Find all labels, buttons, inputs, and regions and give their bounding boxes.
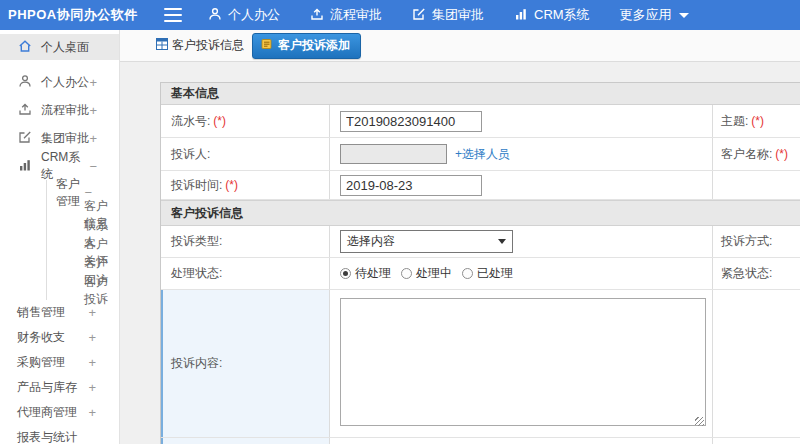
topnav-group-approval[interactable]: 集团审批	[412, 6, 484, 24]
sidebar: 个人桌面 个人办公 + 流程审批 + 集团审批 + CRM系统	[0, 30, 120, 444]
edit-square-icon	[412, 7, 432, 24]
tab-complaint-list[interactable]: 客户投诉信息	[156, 37, 244, 54]
expand-icon: +	[89, 103, 97, 118]
complainant-label: 投诉人:	[171, 146, 210, 163]
row-handle-status: 处理状态: 待处理 处理中 已处理 紧急状态:	[161, 258, 800, 290]
topnav-personal-office[interactable]: 个人办公	[208, 6, 280, 24]
radio-processed[interactable]	[462, 268, 473, 279]
sidebar-item-personal-office[interactable]: 个人办公 +	[0, 68, 119, 96]
required-mark: (*)	[775, 147, 788, 161]
bar-chart-icon	[514, 7, 534, 24]
top-navigation-bar: PHPOA协同办公软件 个人办公 流程审批 集团审批 CRM系统	[0, 0, 800, 30]
complaint-add-form: 基本信息 流水号: (*) 主题: (*) 投诉人: +选择人员	[160, 82, 800, 444]
user-icon	[18, 74, 41, 91]
complaint-type-select[interactable]: 选择内容	[340, 230, 513, 253]
main-content: 基本信息 流水号: (*) 主题: (*) 投诉人: +选择人员	[120, 62, 800, 444]
complaint-type-label: 投诉类型:	[171, 233, 222, 250]
radio-processing[interactable]	[401, 268, 412, 279]
serial-input[interactable]	[340, 111, 482, 132]
menu-toggle-icon[interactable]	[164, 8, 182, 22]
expand-icon: +	[88, 405, 96, 420]
sidebar-item-workflow-approval[interactable]: 流程审批 +	[0, 96, 119, 124]
table-icon	[156, 38, 172, 53]
row-complaint-content: 投诉内容:	[161, 290, 800, 438]
home-icon	[18, 39, 41, 56]
row-complainant: 投诉人: +选择人员 客户名称: (*)	[161, 138, 800, 171]
approve-flow-icon	[310, 7, 330, 24]
tab-complaint-add[interactable]: 客户投诉添加	[252, 33, 361, 59]
section-header-basic-info: 基本信息	[161, 83, 800, 105]
select-person-link[interactable]: +选择人员	[455, 146, 510, 163]
handle-status-label: 处理状态:	[171, 265, 222, 282]
complainant-input[interactable]	[340, 144, 447, 164]
expand-icon: +	[88, 380, 96, 395]
select-caret-icon	[498, 239, 506, 244]
topnav-more-apps[interactable]: 更多应用	[620, 6, 689, 24]
complaint-time-label: 投诉时间:	[171, 177, 222, 194]
required-mark: (*)	[213, 114, 226, 128]
complaint-content-label: 投诉内容:	[171, 355, 222, 372]
expand-icon: +	[88, 330, 96, 345]
customer-name-label: 客户名称:	[721, 146, 772, 163]
edit-square-icon	[18, 130, 41, 147]
sidebar-item-agent-management[interactable]: 代理商管理 +	[0, 400, 119, 425]
complaint-content-textarea[interactable]	[340, 298, 706, 426]
crm-submenu: 客户管理 − 客户信息 联系人 客户关怀 客户回访 客户投诉	[46, 180, 119, 300]
serial-label: 流水号:	[171, 113, 210, 130]
collapse-icon: −	[89, 159, 97, 174]
subject-label: 主题:	[721, 113, 748, 130]
sidebar-item-personal-desktop[interactable]: 个人桌面	[0, 34, 119, 60]
caret-down-icon	[679, 13, 689, 18]
sidebar-item-product-inventory[interactable]: 产品与库存 +	[0, 375, 119, 400]
row-complaint-type: 投诉类型: 选择内容 投诉方式:	[161, 226, 800, 258]
required-mark: (*)	[225, 178, 238, 192]
row-next-partial	[161, 438, 800, 444]
expand-icon: +	[88, 305, 96, 320]
sidebar-item-finance[interactable]: 财务收支 +	[0, 325, 119, 350]
expand-icon: +	[89, 131, 97, 146]
expand-icon: +	[88, 355, 96, 370]
row-serial-number: 流水号: (*) 主题: (*)	[161, 105, 800, 138]
complaint-time-input[interactable]	[340, 175, 482, 196]
complaint-method-label: 投诉方式:	[721, 233, 772, 250]
user-icon	[208, 7, 228, 24]
bar-chart-icon	[18, 158, 41, 175]
sidebar-item-customer-complaint[interactable]: 客户投诉	[47, 281, 119, 300]
form-add-icon	[261, 38, 278, 53]
sidebar-item-purchase-management[interactable]: 采购管理 +	[0, 350, 119, 375]
topnav-crm-system[interactable]: CRM系统	[514, 6, 590, 24]
approve-flow-icon	[18, 102, 41, 119]
sidebar-item-reports-statistics[interactable]: 报表与统计	[0, 425, 119, 444]
radio-pending[interactable]	[340, 268, 351, 279]
topnav-workflow-approval[interactable]: 流程审批	[310, 6, 382, 24]
sidebar-item-group-approval[interactable]: 集团审批 +	[0, 124, 119, 152]
required-mark: (*)	[751, 114, 764, 128]
row-complaint-time: 投诉时间: (*)	[161, 171, 800, 200]
urgent-status-label: 紧急状态:	[721, 265, 772, 282]
tab-bar: 客户投诉信息 客户投诉添加	[120, 30, 800, 62]
app-logo: PHPOA协同办公软件	[0, 6, 150, 24]
expand-icon: +	[89, 75, 97, 90]
section-header-complaint-info: 客户投诉信息	[161, 200, 800, 226]
